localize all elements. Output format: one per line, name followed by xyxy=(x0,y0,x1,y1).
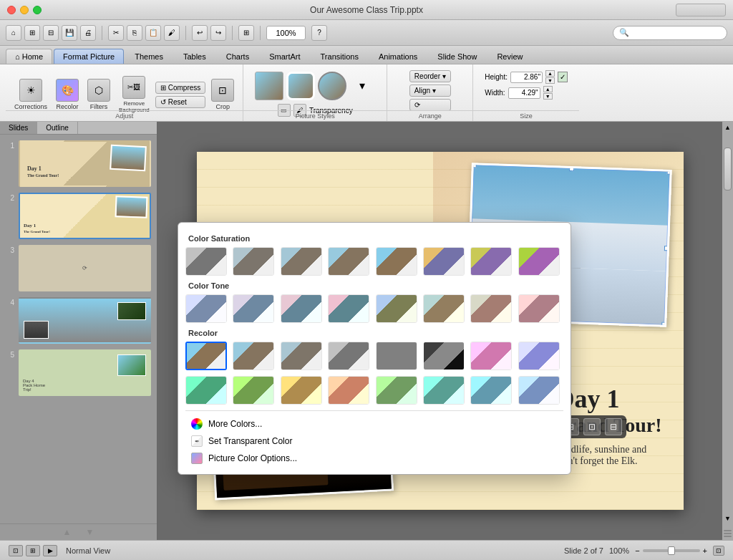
tab-transitions[interactable]: Transitions xyxy=(311,49,368,64)
rc-swatch-9[interactable] xyxy=(233,376,274,405)
rotate-button[interactable]: ⟳ xyxy=(409,99,451,111)
slide-img-4[interactable] xyxy=(19,297,151,344)
sat-swatch-3[interactable] xyxy=(328,247,369,276)
zoom-minus-icon[interactable]: − xyxy=(635,546,639,555)
tab-charts[interactable]: Charts xyxy=(217,49,258,64)
slide-thumb-5[interactable]: 5 Day 4Pack HomeTrip! xyxy=(6,349,151,396)
compress-button[interactable]: ⊞ Compress xyxy=(155,82,206,94)
slide-img-1[interactable]: Day 1The Grand Tour! xyxy=(19,140,151,187)
rc-swatch-11[interactable] xyxy=(328,376,369,405)
tab-slideshow[interactable]: Slide Show xyxy=(428,49,486,64)
rc-swatch-8[interactable] xyxy=(185,376,227,405)
width-up[interactable]: ▲ xyxy=(543,86,553,92)
slide-thumb-4[interactable]: 4 xyxy=(6,297,151,344)
rc-swatch-1[interactable] xyxy=(233,342,274,370)
rc-swatch-0[interactable] xyxy=(185,342,227,370)
slide-img-2[interactable]: Day 1The Grand Tour! xyxy=(19,193,151,239)
zoom-input[interactable]: 100% xyxy=(266,26,306,40)
resize-handle[interactable] xyxy=(722,527,733,540)
copy-button[interactable]: ⎘ xyxy=(127,25,142,41)
lock-aspect-icon[interactable]: ✓ xyxy=(558,72,568,82)
handle-mr[interactable] xyxy=(664,246,669,251)
sat-swatch-7[interactable] xyxy=(518,247,560,276)
tab-format-picture[interactable]: Format Picture xyxy=(54,49,124,64)
help-button[interactable]: ? xyxy=(311,25,327,41)
cut-button[interactable]: ✂ xyxy=(108,25,124,41)
zoom-handle[interactable] xyxy=(668,546,675,555)
float-btn-2[interactable]: ⊡ xyxy=(583,418,601,435)
recolor-button[interactable]: 🎨 Recolor xyxy=(53,77,82,112)
rc-swatch-10[interactable] xyxy=(281,376,322,405)
width-input[interactable] xyxy=(508,87,540,99)
rc-swatch-2[interactable] xyxy=(281,342,322,370)
crop-button[interactable]: ⊡ Crop xyxy=(208,77,237,112)
sat-swatch-0[interactable] xyxy=(185,247,227,276)
rc-swatch-14[interactable] xyxy=(470,376,512,405)
style-more-button[interactable]: ▾ xyxy=(349,77,375,94)
toolbar-btn-3[interactable]: ⊟ xyxy=(43,25,59,41)
style-thumb-2[interactable] xyxy=(286,72,315,100)
close-button[interactable] xyxy=(7,6,16,14)
rc-swatch-4[interactable] xyxy=(376,342,417,370)
picture-color-options-item[interactable]: Picture Color Options... xyxy=(185,450,563,467)
handle-tl[interactable] xyxy=(471,163,476,168)
tone-swatch-1[interactable] xyxy=(233,294,274,323)
zoom-slider[interactable] xyxy=(643,549,700,552)
tone-swatch-7[interactable] xyxy=(518,294,560,323)
tab-themes[interactable]: Themes xyxy=(125,49,173,64)
outline-tab[interactable]: Outline xyxy=(37,122,78,134)
set-transparent-color-item[interactable]: ✒ Set Transparent Color xyxy=(185,433,563,450)
tab-animations[interactable]: Animations xyxy=(369,49,427,64)
rc-swatch-15[interactable] xyxy=(518,376,560,405)
slide-show-btn[interactable]: ▶ xyxy=(43,545,57,556)
sat-swatch-1[interactable] xyxy=(233,247,274,276)
slide-thumb-1[interactable]: 1 Day 1The Grand Tour! xyxy=(6,140,151,187)
undo-button[interactable]: ↩ xyxy=(192,25,208,41)
style-thumb-3[interactable] xyxy=(318,72,346,100)
filters-button[interactable]: ⬡ Filters xyxy=(84,77,113,112)
slides-tab[interactable]: Slides xyxy=(0,122,37,134)
tab-home[interactable]: ⌂ Home xyxy=(6,49,52,64)
rc-swatch-12[interactable] xyxy=(376,376,417,405)
tone-swatch-2[interactable] xyxy=(281,294,322,323)
rc-swatch-5[interactable] xyxy=(423,342,465,370)
redo-button[interactable]: ↪ xyxy=(210,25,226,41)
more-colors-item[interactable]: More Colors... xyxy=(185,415,563,433)
height-down[interactable]: ▼ xyxy=(545,77,555,84)
tab-smartart[interactable]: SmartArt xyxy=(260,49,309,64)
handle-tm[interactable] xyxy=(569,166,574,171)
rc-swatch-3[interactable] xyxy=(328,342,369,370)
save-button[interactable]: 💾 xyxy=(62,25,77,41)
print-button[interactable]: 🖨 xyxy=(80,25,96,41)
tone-swatch-3[interactable] xyxy=(328,294,369,323)
tab-tables[interactable]: Tables xyxy=(174,49,215,64)
sat-swatch-2[interactable] xyxy=(281,247,322,276)
paste-button[interactable]: 📋 xyxy=(145,25,161,41)
corrections-button[interactable]: ☀ Corrections xyxy=(11,77,50,112)
normal-view-btn[interactable]: ⊡ xyxy=(9,545,23,556)
search-box[interactable]: 🔍 xyxy=(613,26,727,40)
maximize-button[interactable] xyxy=(33,6,42,14)
reset-button[interactable]: ↺ Reset xyxy=(155,96,206,108)
tone-swatch-5[interactable] xyxy=(423,294,465,323)
reorder-button[interactable]: Reorder ▾ xyxy=(409,70,451,82)
remove-background-button[interactable]: ✂🖼 RemoveBackground xyxy=(116,74,152,115)
insert-table-button[interactable]: ⊞ xyxy=(238,25,254,41)
slide-thumb-2[interactable]: 2 Day 1The Grand Tour! xyxy=(6,193,151,239)
height-input[interactable] xyxy=(510,72,543,83)
sat-swatch-5[interactable] xyxy=(423,247,465,276)
align-button[interactable]: Align ▾ xyxy=(409,85,451,97)
scroll-down-btn[interactable]: ▼ xyxy=(722,513,733,524)
toolbar-btn-2[interactable]: ⊞ xyxy=(24,25,40,41)
scroll-up-icon[interactable]: ▲ xyxy=(63,527,72,537)
rc-swatch-6[interactable] xyxy=(470,342,512,370)
handle-br[interactable] xyxy=(661,322,666,327)
tone-swatch-6[interactable] xyxy=(470,294,512,323)
tone-swatch-0[interactable] xyxy=(185,294,227,323)
width-down[interactable]: ▼ xyxy=(543,93,553,100)
tone-swatch-4[interactable] xyxy=(376,294,417,323)
rc-swatch-13[interactable] xyxy=(423,376,465,405)
fit-slide-btn[interactable]: ⊡ xyxy=(713,546,724,556)
canvas-area[interactable]: Day 1 The Grand Tour! Vistas, wildlife, … xyxy=(157,122,722,540)
height-up[interactable]: ▲ xyxy=(545,70,555,77)
